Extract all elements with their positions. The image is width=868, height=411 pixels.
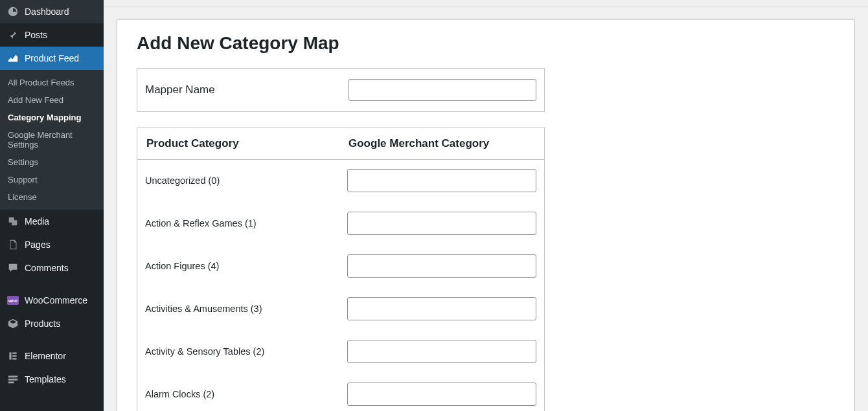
sidebar-item-label: WooCommerce (25, 295, 87, 305)
sidebar-item-label: Products (25, 318, 60, 329)
dashboard-icon (6, 5, 19, 18)
google-category-input[interactable] (347, 169, 536, 192)
sidebar-item-label: Media (25, 216, 49, 227)
submenu-item-settings[interactable]: Settings (0, 153, 104, 171)
sidebar-item-label: Product Feed (25, 53, 79, 63)
templates-icon (6, 373, 19, 386)
sidebar-item-label: Posts (25, 30, 47, 40)
category-name: Uncategorized (0) (137, 160, 340, 199)
products-icon (6, 317, 19, 330)
admin-sidebar: Dashboard Posts Product Feed All Product… (0, 0, 104, 411)
submenu-item-support[interactable]: Support (0, 171, 104, 188)
sidebar-item-templates[interactable]: Templates (0, 368, 104, 391)
page-title: Add New Category Map (137, 33, 835, 54)
table-row: Activities & Amusements (3) (137, 284, 545, 327)
col-google-category: Google Merchant Category (339, 128, 545, 160)
main-content: Add New Category Map Mapper Name Product… (104, 0, 868, 411)
elementor-icon (6, 350, 19, 362)
sidebar-item-label: Templates (25, 374, 66, 384)
category-name: Action & Reflex Games (1) (137, 199, 340, 241)
media-icon (6, 215, 19, 228)
sidebar-item-label: Pages (25, 239, 51, 250)
sidebar-item-dashboard[interactable]: Dashboard (0, 0, 104, 23)
google-category-input[interactable] (347, 340, 536, 363)
col-product-category: Product Category (137, 128, 340, 160)
category-name: Alarm Clocks (2) (137, 370, 340, 411)
category-name: Activities & Amusements (3) (137, 284, 340, 327)
sidebar-item-pages[interactable]: Pages (0, 233, 104, 256)
google-category-input[interactable] (347, 297, 536, 320)
sidebar-submenu: All Product Feeds Add New Feed Category … (0, 70, 104, 210)
category-map-panel: Add New Category Map Mapper Name Product… (117, 19, 855, 411)
table-row: Action Figures (4) (137, 241, 545, 284)
submenu-item-category-mapping[interactable]: Category Mapping (0, 109, 104, 126)
content-top-gap (104, 0, 868, 6)
sidebar-item-elementor[interactable]: Elementor (0, 344, 104, 368)
category-name: Activity & Sensory Tables (2) (137, 327, 340, 370)
sidebar-item-comments[interactable]: Comments (0, 256, 104, 280)
category-table-body: Uncategorized (0) Action & Reflex Games … (137, 160, 545, 412)
pages-icon (6, 238, 19, 251)
table-row: Uncategorized (0) (137, 160, 545, 199)
sidebar-item-posts[interactable]: Posts (0, 23, 104, 47)
sidebar-item-product-feed[interactable]: Product Feed (0, 47, 104, 70)
table-row: Alarm Clocks (2) (137, 370, 545, 411)
sidebar-item-woocommerce[interactable]: woo WooCommerce (0, 289, 104, 312)
table-row: Activity & Sensory Tables (2) (137, 327, 545, 370)
sidebar-item-media[interactable]: Media (0, 210, 104, 233)
submenu-item-google-merchant[interactable]: Google Merchant Settings (0, 126, 104, 153)
table-row: Action & Reflex Games (1) (137, 199, 545, 241)
sidebar-item-products[interactable]: Products (0, 312, 104, 335)
google-category-input[interactable] (347, 212, 536, 235)
sidebar-item-label: Elementor (25, 351, 66, 361)
category-name: Action Figures (4) (137, 241, 340, 284)
google-category-input[interactable] (347, 383, 536, 406)
submenu-item-add-new-feed[interactable]: Add New Feed (0, 91, 104, 109)
sidebar-item-label: Comments (25, 263, 69, 273)
mapper-name-row: Mapper Name (137, 68, 545, 112)
google-category-input[interactable] (347, 254, 536, 278)
category-table: Product Category Google Merchant Categor… (137, 128, 545, 411)
chart-icon (6, 52, 19, 65)
comments-icon (6, 261, 19, 274)
mapper-name-label: Mapper Name (145, 83, 348, 96)
svg-rect-1 (12, 352, 16, 353)
svg-rect-0 (9, 352, 11, 359)
pin-icon (6, 28, 19, 41)
submenu-item-all-feeds[interactable]: All Product Feeds (0, 74, 104, 91)
sidebar-item-label: Dashboard (25, 6, 69, 17)
mapper-name-input[interactable] (348, 79, 536, 101)
submenu-item-license[interactable]: License (0, 188, 104, 206)
woocommerce-icon: woo (6, 294, 19, 307)
svg-rect-3 (12, 358, 16, 359)
svg-rect-2 (12, 355, 16, 357)
